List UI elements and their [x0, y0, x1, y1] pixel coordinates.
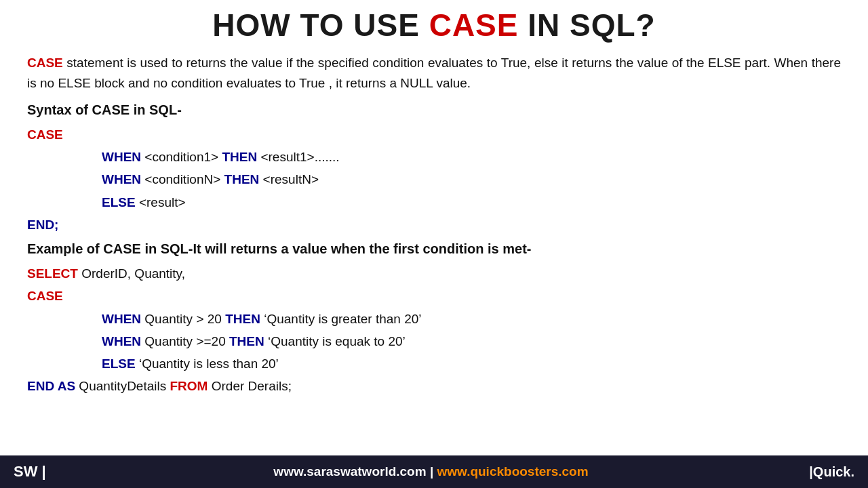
page-title: HOW TO USE CASE IN SQL?: [27, 7, 841, 43]
example-case-line: CASE: [27, 285, 841, 307]
example-then2-rest: ‘Quantity is equak to 20’: [264, 334, 406, 348]
title-part1: HOW TO USE: [212, 7, 429, 43]
example-end-rest: QuantityDetails: [75, 379, 170, 393]
syntax-end-kw: END;: [27, 218, 58, 232]
syntax-when2-kw: WHEN: [102, 172, 141, 186]
syntax-else-line: ELSE <result>: [27, 191, 841, 214]
syntax-cond2: <conditionN>: [141, 172, 224, 186]
desc-case: CASE: [27, 56, 63, 70]
syntax-when2-line: WHEN <conditionN> THEN <resultN>: [27, 168, 841, 190]
example-when1-rest: Quantity > 20: [141, 312, 225, 326]
footer-right: |Quick.: [809, 464, 854, 480]
example-select-kw: SELECT: [27, 266, 78, 281]
example-case-kw: CASE: [27, 289, 63, 303]
description: CASE statement is used to returns the va…: [27, 53, 841, 94]
example-when1-kw: WHEN: [102, 312, 141, 326]
syntax-res1: <result1>.......: [257, 150, 339, 164]
footer-website2: www.quickboosters.com: [437, 464, 589, 479]
main-content: HOW TO USE CASE IN SQL? CASE statement i…: [0, 0, 868, 398]
example-else-kw: ELSE: [102, 357, 136, 371]
example-else-rest: ‘Quantity is less than 20’: [136, 357, 279, 371]
example-select-rest: OrderID, Quantity,: [78, 266, 185, 281]
example-heading: Example of CASE in SQL-It will returns a…: [27, 241, 841, 257]
example-then1-kw: THEN: [225, 312, 260, 326]
syntax-when1-kw: WHEN: [102, 150, 141, 164]
footer: SW | www.saraswatworld.com | www.quickbo…: [0, 455, 868, 488]
footer-center: www.saraswatworld.com | www.quickbooster…: [53, 464, 810, 479]
syntax-case-line: CASE: [27, 123, 841, 146]
example-else-line: ELSE ‘Quantity is less than 20’: [27, 352, 841, 375]
example-from-rest: Order Derails;: [208, 379, 292, 393]
example-block: SELECT OrderID, Quantity, CASE WHEN Quan…: [27, 262, 841, 398]
example-from-kw: FROM: [170, 379, 208, 393]
syntax-else-val: <result>: [136, 195, 186, 209]
syntax-then2-kw: THEN: [224, 172, 260, 186]
syntax-heading: Syntax of CASE in SQL-: [27, 102, 841, 118]
syntax-case-kw: CASE: [27, 127, 63, 142]
syntax-else-kw: ELSE: [102, 195, 136, 209]
example-select-line: SELECT OrderID, Quantity,: [27, 262, 841, 285]
example-when2-rest: Quantity >=20: [141, 334, 229, 348]
syntax-res2: <resultN>: [259, 172, 319, 186]
footer-sw: SW |: [14, 463, 46, 481]
footer-separator: |: [427, 464, 437, 479]
desc-text: statement is used to returns the value i…: [27, 56, 841, 90]
syntax-when1-line: WHEN <condition1> THEN <result1>.......: [27, 146, 841, 168]
example-when2-line: WHEN Quantity >=20 THEN ‘Quantity is equ…: [27, 330, 841, 352]
example-when1-line: WHEN Quantity > 20 THEN ‘Quantity is gre…: [27, 308, 841, 330]
example-then2-kw: THEN: [229, 334, 264, 348]
syntax-then1-kw: THEN: [222, 150, 257, 164]
syntax-block: CASE WHEN <condition1> THEN <result1>...…: [27, 123, 841, 236]
example-then1-rest: ‘Quantity is greater than 20’: [260, 312, 422, 326]
example-when2-kw: WHEN: [102, 334, 141, 348]
syntax-cond1: <condition1>: [141, 150, 222, 164]
example-end-line: END AS QuantityDetails FROM Order Derail…: [27, 375, 841, 397]
title-case: CASE: [429, 7, 519, 43]
title-part2: IN SQL?: [518, 7, 655, 43]
syntax-end-line: END;: [27, 214, 841, 236]
footer-website1: www.saraswatworld.com: [273, 464, 426, 479]
example-end-kw: END AS: [27, 379, 75, 393]
